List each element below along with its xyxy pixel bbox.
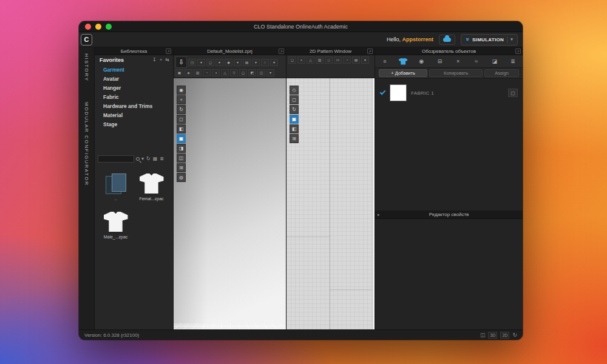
toolbar-icon[interactable]: ▾: [266, 69, 274, 76]
pattern-tool-icon[interactable]: ↻: [290, 105, 299, 114]
toolbar-icon[interactable]: ◩: [248, 69, 256, 76]
toolbar-icon[interactable]: △: [307, 56, 314, 64]
chevron-down-icon[interactable]: ▾: [510, 37, 513, 42]
viewport-tool-icon[interactable]: ◉: [177, 86, 186, 95]
library-file-male-garment[interactable]: Male_...zpac: [100, 212, 132, 239]
history-tab[interactable]: HISTORY: [84, 53, 89, 81]
modular-configurator-tab[interactable]: MODULAR CONFIGURATOR: [84, 102, 89, 186]
stitch-tab[interactable]: ×: [452, 56, 464, 67]
toolbar-icon[interactable]: ×: [297, 56, 305, 64]
minimize-window-button[interactable]: [95, 24, 101, 30]
viewport-tool-icon[interactable]: ⊞: [177, 163, 186, 172]
import-arrow-button[interactable]: ⇩: [175, 56, 187, 68]
library-category-item[interactable]: Hardware and Trims: [95, 101, 173, 110]
popout-icon[interactable]: ↗: [367, 49, 373, 54]
viewport-3d-canvas[interactable]: ◉+↻◻◧▣◨◫⊞◍: [174, 78, 286, 329]
viewport-tool-icon[interactable]: ◍: [177, 173, 186, 182]
library-view-icon[interactable]: ▾: [141, 157, 144, 161]
pattern-tool-icon[interactable]: ◇: [290, 86, 299, 95]
toolbar-icon[interactable]: △: [221, 69, 229, 76]
cloud-sync-button[interactable]: [439, 35, 455, 45]
library-category-item[interactable]: Stage: [95, 120, 173, 129]
toolbar-icon[interactable]: ▣: [175, 69, 183, 76]
window-layout-icon[interactable]: ◫: [480, 332, 486, 338]
toolbar-icon[interactable]: ◈: [185, 69, 192, 76]
library-category-item[interactable]: Material: [95, 110, 173, 120]
search-input[interactable]: [98, 155, 134, 163]
viewport-tool-icon[interactable]: ◫: [177, 153, 186, 163]
toolbar-icon[interactable]: ▾: [270, 59, 278, 66]
library-category-item[interactable]: Fabric: [95, 92, 173, 101]
seam-tab[interactable]: ≈: [470, 56, 483, 67]
pattern-tool-icon[interactable]: ◻: [290, 95, 299, 104]
library-file-up[interactable]: ..: [100, 174, 132, 201]
library-view-icon[interactable]: ≣: [160, 157, 164, 161]
close-window-button[interactable]: [85, 24, 91, 30]
refresh-icon[interactable]: ↻: [512, 332, 517, 338]
viewport-tool-icon[interactable]: ◻: [177, 115, 186, 124]
viewport-tool-icon[interactable]: ↻: [177, 105, 186, 114]
view-2d-button[interactable]: 2D: [500, 332, 509, 339]
toolbar-icon[interactable]: ▤: [243, 59, 251, 66]
fastener-tab[interactable]: ⊟: [433, 56, 446, 67]
toolbar-icon[interactable]: ▾: [361, 56, 369, 64]
garment-tab[interactable]: [397, 56, 409, 67]
viewport-tool-icon[interactable]: ◧: [177, 124, 186, 133]
toolbar-icon[interactable]: ◫: [257, 69, 265, 76]
fabric-swatch[interactable]: [390, 85, 406, 101]
toolbar-icon[interactable]: ▾: [234, 59, 242, 66]
property-editor-header[interactable]: ▸ Редактор свойств: [375, 211, 523, 219]
library-category-item[interactable]: Garment: [95, 65, 173, 74]
clo-logo-icon[interactable]: C: [81, 34, 92, 46]
viewport-tool-icon[interactable]: +: [177, 95, 186, 104]
zoom-window-button[interactable]: [106, 24, 112, 30]
collapse-arrow-icon[interactable]: ▸: [378, 212, 380, 217]
pattern-2d-canvas[interactable]: ◇◻↻▣◧⊞: [287, 78, 375, 329]
viewport-tool-icon[interactable]: ◨: [177, 144, 186, 153]
trim-tab[interactable]: ◪: [489, 56, 501, 67]
library-category-item[interactable]: Avatar: [95, 74, 173, 83]
toolbar-icon[interactable]: ▾: [252, 59, 260, 66]
toolbar-icon[interactable]: ◳: [188, 59, 196, 66]
pattern-tool-icon[interactable]: ▣: [290, 115, 299, 124]
toolbar-icon[interactable]: ▥: [194, 69, 202, 76]
add-fabric-button[interactable]: + Добавить: [379, 69, 427, 77]
vertical-scrollbar[interactable]: [372, 78, 375, 329]
toolbar-icon[interactable]: ◇: [325, 56, 333, 64]
window-titlebar[interactable]: CLO Standalone OnlineAuth Academic: [79, 21, 523, 32]
toolbar-icon[interactable]: ◻: [288, 56, 296, 64]
toolbar-icon[interactable]: ▭: [334, 56, 342, 64]
avatar-tab[interactable]: ◉: [415, 56, 427, 67]
scene-list-tab[interactable]: ≡: [379, 56, 391, 67]
username-link[interactable]: Appstorrent: [402, 36, 434, 42]
simulation-button[interactable]: » SIMULATION ▾: [461, 34, 518, 46]
panel-menu-icon[interactable]: ≣: [507, 56, 519, 67]
toolbar-icon[interactable]: ◻: [206, 59, 214, 66]
toolbar-icon[interactable]: ▾: [215, 59, 223, 66]
assign-fabric-button[interactable]: Assign: [484, 69, 519, 77]
favorites-action-icon[interactable]: +: [160, 58, 163, 62]
library-file-female-garment[interactable]: Femal...zpac: [135, 174, 168, 201]
pattern-tool-icon[interactable]: ⊞: [290, 134, 299, 143]
toolbar-icon[interactable]: ◔: [343, 56, 351, 64]
toolbar-icon[interactable]: ▥: [316, 56, 324, 64]
toolbar-icon[interactable]: ▾: [197, 59, 205, 66]
favorites-action-icon[interactable]: ↧: [152, 58, 157, 62]
toolbar-icon[interactable]: ○: [261, 59, 269, 66]
fabric-list-item[interactable]: FABRIC 1 ▢: [380, 84, 518, 102]
library-view-icon[interactable]: ↻: [146, 157, 151, 161]
fabric-options-button[interactable]: ▢: [508, 89, 518, 97]
toolbar-icon[interactable]: ▽: [230, 69, 238, 76]
toolbar-icon[interactable]: ◆: [225, 59, 232, 66]
popout-icon[interactable]: ↗: [166, 49, 171, 54]
toolbar-icon[interactable]: ▤: [352, 56, 360, 64]
copy-fabric-button[interactable]: Копировать: [429, 69, 483, 77]
toolbar-icon[interactable]: ◔: [203, 69, 211, 76]
library-view-icon[interactable]: ▦: [153, 157, 158, 161]
pattern-tool-icon[interactable]: ◧: [290, 124, 299, 133]
view-3d-button[interactable]: 3D: [488, 332, 497, 339]
popout-icon[interactable]: ↗: [515, 49, 521, 54]
toolbar-icon[interactable]: ◻: [239, 69, 247, 76]
popout-icon[interactable]: ↗: [279, 49, 284, 54]
search-icon[interactable]: [136, 157, 140, 161]
